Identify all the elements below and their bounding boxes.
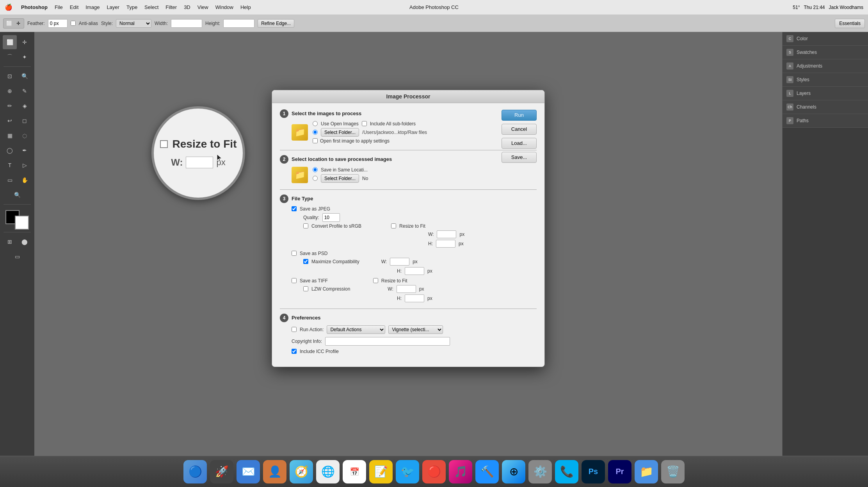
dock-chrome[interactable]: 🌐 (316, 460, 340, 483)
menu-3d[interactable]: 3D (184, 4, 190, 10)
dock-twitter[interactable]: 🐦 (396, 460, 419, 483)
style-select[interactable]: Normal Fixed Ratio Fixed Size (116, 19, 151, 28)
panel-layers-header[interactable]: L Layers (783, 87, 868, 100)
dock-contacts[interactable]: 👤 (263, 460, 286, 483)
height-input[interactable] (223, 19, 254, 28)
type-tool[interactable]: T (3, 158, 17, 172)
save-same-location-radio[interactable] (313, 167, 318, 172)
select-folder-button-2[interactable]: Select Folder... (321, 174, 359, 183)
h-input-psd[interactable] (405, 267, 424, 275)
dock-itunes[interactable]: 🎵 (449, 460, 472, 483)
include-subfolders-cb[interactable] (362, 121, 367, 126)
use-open-images-radio[interactable] (313, 121, 318, 126)
move-tool-icon[interactable]: ✛ (14, 20, 22, 27)
dock-xcode[interactable]: 🔨 (475, 460, 499, 483)
select-folder-radio[interactable] (313, 130, 318, 135)
run-action-cb[interactable] (292, 327, 297, 332)
menu-filter[interactable]: Filter (165, 4, 177, 10)
dock-trash[interactable]: 🗑️ (661, 460, 685, 483)
stamp-tool[interactable]: ◈ (18, 99, 32, 113)
pen-tool[interactable]: ✒ (18, 143, 32, 157)
panel-styles-header[interactable]: St Styles (783, 73, 868, 86)
panel-paths-header[interactable]: P Paths (783, 114, 868, 127)
dock-premiere[interactable]: Pr (608, 460, 631, 483)
eyedropper[interactable]: 🔍 (18, 69, 32, 83)
essentials-button[interactable]: Essentials (835, 19, 865, 28)
quality-input[interactable] (322, 213, 340, 222)
menu-image[interactable]: Image (85, 4, 100, 10)
save-button[interactable]: Save... (502, 152, 537, 163)
w-input-tiff[interactable] (397, 285, 416, 293)
cancel-button[interactable]: Cancel (502, 124, 537, 135)
dock-mail[interactable]: ✉️ (237, 460, 260, 483)
dock-launchpad[interactable]: 🚀 (210, 460, 233, 483)
eraser-tool[interactable]: ◻ (18, 114, 32, 128)
menu-select[interactable]: Select (144, 4, 158, 10)
path-select[interactable]: ▷ (18, 158, 32, 172)
crop-tool[interactable]: ⊡ (3, 69, 17, 83)
rect-shape[interactable]: ▭ (3, 173, 17, 187)
background-color[interactable] (15, 216, 29, 230)
save-folder-radio[interactable] (313, 176, 318, 181)
menu-help[interactable]: Help (240, 4, 251, 10)
convert-profile-cb[interactable] (303, 223, 308, 228)
open-first-image-cb[interactable] (313, 138, 318, 143)
dock-safari[interactable]: 🧭 (290, 460, 313, 483)
dodge-tool[interactable]: ◯ (3, 143, 17, 157)
dock-app1[interactable]: 🔴 (422, 460, 446, 483)
run-button[interactable]: Run (502, 110, 537, 121)
patch-tool[interactable]: ✎ (18, 84, 32, 98)
menu-window[interactable]: Window (215, 4, 233, 10)
color-picker[interactable] (5, 210, 29, 230)
dock-calendar[interactable]: 📅 (343, 460, 366, 483)
anti-alias-checkbox[interactable] (71, 21, 76, 26)
menu-layer[interactable]: Layer (107, 4, 119, 10)
dock-notes[interactable]: 📝 (369, 460, 393, 483)
zoom-tool[interactable]: 🔍 (10, 188, 24, 202)
menu-file[interactable]: File (55, 4, 63, 10)
include-icc-cb[interactable] (292, 349, 297, 354)
action-sub-dropdown[interactable]: Vignette (selecti... (388, 325, 443, 334)
maximize-compat-cb[interactable] (303, 259, 308, 264)
mag-w-input[interactable] (186, 157, 213, 168)
dock-finder2[interactable]: 📁 (635, 460, 658, 483)
menu-view[interactable]: View (197, 4, 208, 10)
history-brush[interactable]: ↩ (3, 114, 17, 128)
quick-mask[interactable]: ⬤ (18, 235, 32, 249)
save-tiff-cb[interactable] (292, 278, 297, 283)
panel-swatches-header[interactable]: S Swatches (783, 46, 868, 59)
menu-type[interactable]: Type (126, 4, 137, 10)
refine-edge-button[interactable]: Refine Edge... (258, 19, 294, 28)
brush-tool[interactable]: ✏ (3, 99, 17, 113)
load-button[interactable]: Load... (502, 138, 537, 149)
save-psd-cb[interactable] (292, 251, 297, 256)
blur-tool[interactable]: ◌ (18, 128, 32, 143)
save-jpeg-cb[interactable] (292, 206, 297, 211)
select-folder-button-1[interactable]: Select Folder... (321, 128, 359, 137)
standard-mode[interactable]: ⊞ (3, 235, 17, 249)
screen-mode[interactable]: ▭ (10, 250, 24, 264)
dock-photoshop[interactable]: Ps (582, 460, 605, 483)
action-dropdown[interactable]: Default Actions (327, 325, 385, 334)
w-input-psd[interactable] (390, 258, 409, 266)
magic-wand[interactable]: ✦ (18, 50, 32, 64)
h-input-tiff[interactable] (405, 294, 424, 302)
panel-color-header[interactable]: C Color (783, 32, 868, 45)
gradient-tool[interactable]: ▦ (3, 128, 17, 143)
marquee-tool[interactable]: ⬜ (3, 35, 17, 49)
healing-brush[interactable]: ⊕ (3, 84, 17, 98)
feather-input[interactable] (48, 19, 68, 28)
lzw-cb[interactable] (303, 286, 308, 291)
lasso-tool[interactable]: ⌒ (3, 50, 17, 64)
w-input-jpeg[interactable] (437, 230, 456, 238)
dock-appstore[interactable]: ⊕ (502, 460, 525, 483)
menu-edit[interactable]: Edit (70, 4, 78, 10)
copyright-input[interactable] (325, 337, 450, 346)
apple-menu[interactable]: 🍎 (5, 4, 12, 11)
panel-adjustments-header[interactable]: A Adjustments (783, 59, 868, 73)
hand-tool[interactable]: ✋ (18, 173, 32, 187)
lasso-move[interactable]: ✛ (18, 35, 32, 49)
resize-fit-jpeg-cb[interactable] (391, 223, 396, 228)
panel-channels-header[interactable]: Ch Channels (783, 100, 868, 114)
h-input-jpeg[interactable] (436, 240, 455, 248)
